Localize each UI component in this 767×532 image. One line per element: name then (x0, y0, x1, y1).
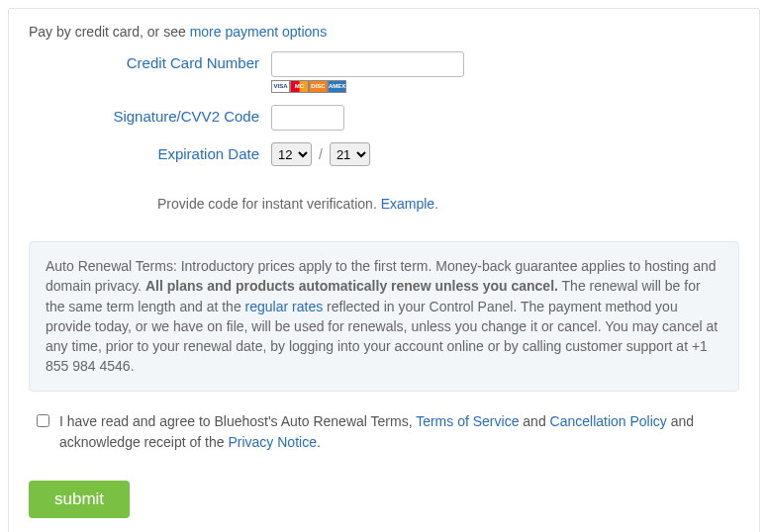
cvv-input[interactable] (271, 105, 344, 131)
verification-dot: . (434, 196, 438, 212)
exp-month-select[interactable]: 12 (271, 142, 312, 166)
cc-number-input[interactable] (271, 51, 464, 77)
cvv-label: Signature/CVV2 Code (29, 105, 271, 125)
privacy-notice-link[interactable]: Privacy Notice (228, 434, 316, 450)
consent-and1: and (519, 413, 549, 429)
amex-icon: AMEX (328, 80, 346, 93)
consent-p1: I have read and agree to Bluehost's Auto… (59, 413, 416, 429)
expiration-row: Expiration Date 12 / 21 (29, 142, 739, 166)
cc-number-label: Credit Card Number (29, 51, 271, 71)
consent-checkbox[interactable] (37, 414, 49, 427)
mastercard-icon: MC (290, 80, 309, 93)
terms-of-service-link[interactable]: Terms of Service (416, 413, 519, 429)
cvv-row: Signature/CVV2 Code (29, 105, 739, 131)
exp-divider: / (319, 146, 323, 162)
payment-form-panel: Pay by credit card, or see more payment … (8, 8, 760, 532)
more-payment-options-link[interactable]: more payment options (190, 24, 328, 40)
verification-example-link[interactable]: Example (381, 196, 434, 212)
submit-button[interactable]: submit (29, 481, 130, 518)
consent-text: I have read and agree to Bluehost's Auto… (59, 411, 739, 453)
discover-icon: DISC (309, 80, 328, 93)
intro-text: Pay by credit card, or see more payment … (29, 24, 739, 40)
expiration-label: Expiration Date (29, 142, 271, 162)
regular-rates-link[interactable]: regular rates (245, 299, 324, 314)
cc-number-row: Credit Card Number VISA MC DISC AMEX (29, 51, 739, 93)
verification-text: Provide code for instant verification. (157, 196, 381, 212)
consent-row: I have read and agree to Bluehost's Auto… (29, 411, 739, 453)
consent-dot: . (317, 434, 321, 450)
exp-year-select[interactable]: 21 (330, 142, 370, 166)
verification-hint: Provide code for instant verification. E… (157, 196, 739, 212)
auto-renewal-terms-box: Auto Renewal Terms: Introductory prices … (29, 241, 739, 392)
card-brand-row: VISA MC DISC AMEX (271, 80, 464, 93)
intro-prefix: Pay by credit card, or see (29, 24, 190, 40)
cancellation-policy-link[interactable]: Cancellation Policy (550, 413, 667, 429)
visa-icon: VISA (271, 80, 290, 93)
terms-bold: All plans and products automatically ren… (145, 278, 558, 294)
